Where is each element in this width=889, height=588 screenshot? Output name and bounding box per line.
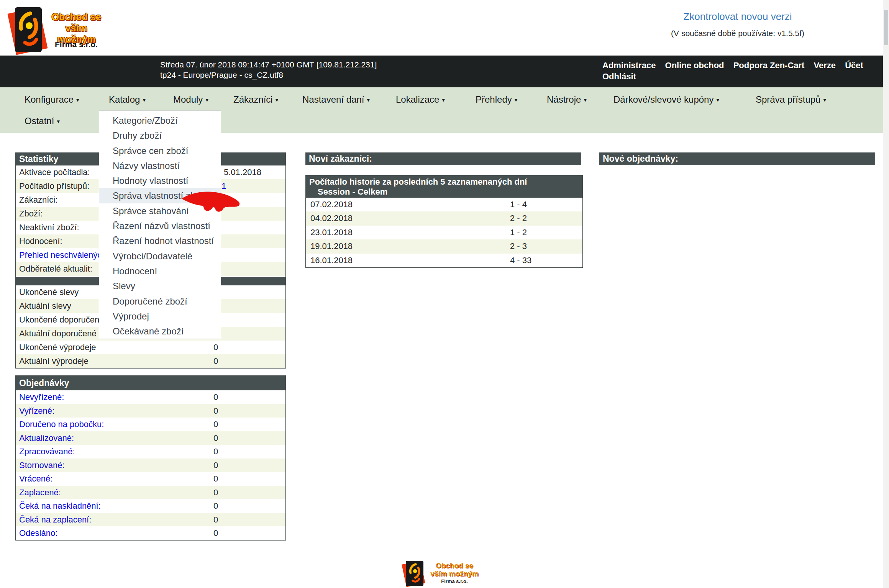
menu-label: Přehledy: [476, 94, 512, 105]
dropdown-item-hodnoty-vlastnosti[interactable]: Hodnoty vlastností: [99, 173, 221, 188]
locale-line: tp24 - Europe/Prague - cs_CZ.utf8: [160, 70, 377, 80]
stat-label: Ukončené slevy: [19, 285, 79, 299]
dropdown-item-razeni-nazvu-vlastnosti[interactable]: Řazení názvů vlastností: [99, 218, 221, 233]
footer-brand-company: Firma s.r.o.: [428, 578, 481, 584]
order-status-link[interactable]: Vyřízené:: [19, 404, 54, 418]
order-status-row: Doručeno na pobočku:0: [16, 418, 285, 431]
chevron-down-icon: ▾: [716, 97, 719, 103]
order-status-row: Odesláno:0: [16, 526, 285, 540]
dropdown-item-ocekavane-zbozi[interactable]: Očekávané zboží: [99, 324, 221, 339]
dropdown-item-spravce-cen-zbozi[interactable]: Správce cen zboží: [99, 143, 221, 158]
menu-label: Nástroje: [547, 94, 581, 105]
dropdown-item-druhy-zbozi[interactable]: Druhy zboží: [99, 128, 221, 143]
dropdown-item-vyrobci-dodavatele[interactable]: Výrobci/Dodavatelé: [99, 249, 221, 264]
order-status-link[interactable]: Čeká na zaplacení:: [19, 513, 91, 527]
stat-value: 0: [213, 354, 218, 368]
menu-darkove-kupony[interactable]: Dárkové/slevové kupóny▾: [613, 93, 719, 106]
counter-value: 4 - 33: [510, 254, 531, 267]
datetime-line: Středa 07. únor 2018 09:14:47 +0100 GMT …: [160, 59, 377, 70]
chevron-down-icon: ▾: [76, 97, 79, 103]
stat-row: Ukončené výprodeje0: [16, 341, 285, 354]
counter-date: 16.01.2018: [310, 254, 353, 267]
scrollbar-thumb[interactable]: [884, 10, 888, 45]
stat-label-link[interactable]: Přehled neschválených: [19, 248, 106, 262]
order-count: 0: [213, 459, 218, 472]
menu-katalog[interactable]: Katalog▾: [109, 93, 146, 106]
counter-row: 16.01.20184 - 33: [306, 254, 582, 267]
order-status-link[interactable]: Čeká na naskladnění:: [19, 499, 101, 513]
order-status-row: Čeká na naskladnění:0: [16, 499, 285, 513]
orders-panel: Objednávky Nevyřízené:0 Vyřízené:0 Doruč…: [15, 375, 286, 541]
link-administrace[interactable]: Administrace: [602, 61, 656, 70]
chevron-down-icon: ▾: [584, 97, 587, 103]
chevron-down-icon: ▾: [823, 97, 826, 103]
chevron-down-icon: ▾: [205, 97, 208, 103]
order-status-link[interactable]: Aktualizované:: [19, 431, 74, 445]
order-count: 0: [213, 404, 218, 418]
menu-nastaveni-dani[interactable]: Nastavení daní▾: [302, 93, 370, 106]
order-status-link[interactable]: Vrácené:: [19, 472, 52, 486]
version-box: Zkontrolovat novou verzi (V současné dob…: [648, 11, 828, 38]
link-podpora-zen-cart[interactable]: Podpora Zen-Cart: [733, 61, 805, 70]
order-count: 0: [213, 499, 218, 513]
link-odhlasit[interactable]: Odhlásit: [602, 72, 636, 81]
counter-date: 07.02.2018: [310, 198, 353, 211]
menu-label: Ostatní: [25, 116, 54, 126]
stat-value-link[interactable]: 1: [221, 179, 226, 193]
store-logo: Obchod se vším možným Firma s.r.o.: [6, 2, 136, 55]
order-status-link[interactable]: Nevyřízené:: [19, 390, 64, 404]
menu-nastroje[interactable]: Nástroje▾: [547, 93, 587, 106]
dropdown-item-slevy[interactable]: Slevy: [99, 278, 221, 293]
link-verze[interactable]: Verze: [814, 61, 836, 70]
menu-zakaznici[interactable]: Zákazníci▾: [233, 93, 278, 106]
order-status-link[interactable]: Doručeno na pobočku:: [19, 418, 104, 431]
menu-moduly[interactable]: Moduly▾: [173, 93, 208, 106]
menu-ostatni[interactable]: Ostatní▾: [25, 114, 60, 128]
logo-swirl-icon: [15, 7, 42, 52]
counter-date: 04.02.2018: [310, 211, 353, 225]
counter-history-panel: Počítadlo historie za posledních 5 zazna…: [305, 175, 583, 268]
order-status-link[interactable]: Zpracovávané:: [19, 445, 75, 459]
menu-sprava-pristupu[interactable]: Správa přístupů▾: [756, 93, 826, 106]
check-new-version-link[interactable]: Zkontrolovat novou verzi: [648, 11, 828, 23]
menu-prehledy[interactable]: Přehledy▾: [476, 93, 517, 106]
order-status-link[interactable]: Stornované:: [19, 459, 65, 472]
order-status-row: Aktualizované:0: [16, 431, 285, 445]
counter-title-line2: Session - Celkem: [309, 187, 579, 197]
order-status-link[interactable]: Odesláno:: [19, 526, 57, 540]
brand-line1: Obchod se: [46, 11, 107, 23]
order-status-link[interactable]: Zaplacené:: [19, 486, 61, 500]
menu-label: Konfigurace: [25, 94, 74, 105]
menu-konfigurace[interactable]: Konfigurace▾: [25, 93, 79, 106]
menu-label: Lokalizace: [396, 94, 439, 105]
dropdown-item-nazvy-vlastnosti[interactable]: Názvy vlastností: [99, 158, 221, 173]
dropdown-item-spravce-stahovani[interactable]: Správce stahování: [99, 203, 221, 218]
order-count: 0: [213, 486, 218, 500]
new-orders-header: Nové objednávky:: [599, 152, 875, 165]
stat-label: Odběratelé aktualit:: [19, 262, 92, 276]
order-count: 0: [213, 513, 218, 527]
menu-label: Katalog: [109, 94, 140, 105]
order-status-row: Vyřízené:0: [16, 404, 285, 418]
brand-company: Firma s.r.o.: [46, 40, 107, 49]
dropdown-item-razeni-hodnot-vlastnosti[interactable]: Řazení hodnot vlastností: [99, 233, 221, 248]
chevron-down-icon: ▾: [367, 97, 370, 103]
link-ucet[interactable]: Účet: [845, 61, 863, 70]
dropdown-item-sprava-vlastnosti-zbozi[interactable]: Správa vlastností zboží: [99, 188, 221, 203]
dropdown-item-vyprodej[interactable]: Výprodej: [99, 309, 221, 324]
counter-value: 2 - 3: [510, 239, 527, 253]
order-count: 0: [213, 390, 218, 404]
link-online-obchod[interactable]: Online obchod: [665, 61, 724, 70]
order-status-row: Zpracovávané:0: [16, 445, 285, 459]
counter-value: 1 - 4: [510, 198, 527, 211]
order-count: 0: [213, 526, 218, 540]
order-count: 0: [213, 418, 218, 431]
vertical-scrollbar[interactable]: [883, 0, 889, 588]
dropdown-item-kategorie-zbozi[interactable]: Kategorie/Zboží: [99, 113, 221, 128]
order-status-row: Stornované:0: [16, 459, 285, 472]
stat-label: Hodnocení:: [19, 234, 62, 248]
dropdown-item-doporucene-zbozi[interactable]: Doporučené zboží: [99, 294, 221, 309]
menu-lokalizace[interactable]: Lokalizace▾: [396, 93, 445, 106]
counter-value: 2 - 2: [510, 211, 527, 225]
dropdown-item-hodnoceni[interactable]: Hodnocení: [99, 264, 221, 278]
